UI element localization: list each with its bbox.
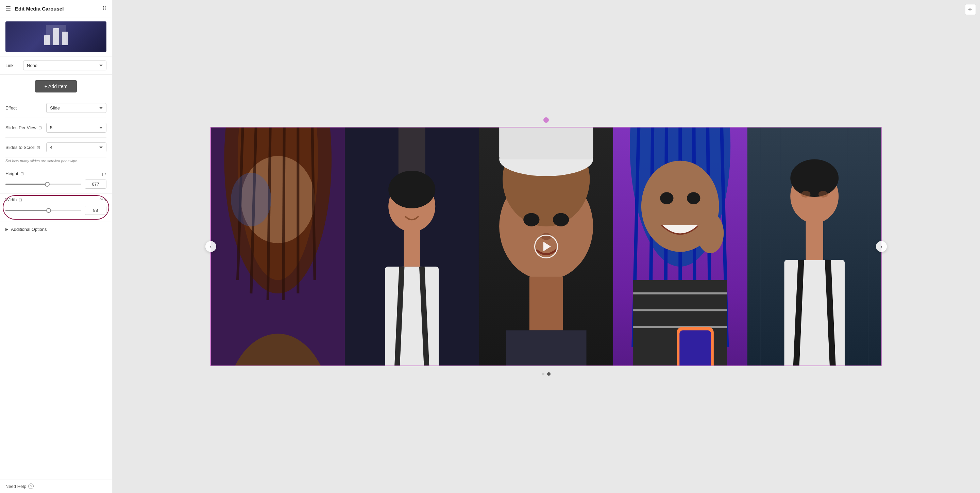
thumbnail-image [5, 21, 107, 52]
height-slider-fill [5, 184, 47, 185]
width-label: Width ⊡ [5, 197, 22, 202]
svg-rect-34 [499, 127, 593, 159]
link-select[interactable]: None URL Page [23, 60, 107, 70]
svg-point-66 [801, 191, 810, 197]
edit-icon-button[interactable]: ✏ [965, 4, 976, 15]
need-help-button[interactable]: Need Help ? [5, 483, 33, 489]
effect-select[interactable]: Slide Fade Zoom [46, 103, 107, 113]
need-help-label: Need Help [5, 484, 26, 489]
monitor-icon-w: ⊡ [19, 197, 22, 202]
additional-options-section: ▶ Additional Options [0, 221, 112, 237]
settings-section: Effect Slide Fade Zoom Slides Per View ⊡… [0, 98, 112, 166]
height-slider-thumb[interactable] [45, 182, 49, 187]
svg-point-11 [231, 173, 271, 226]
svg-point-47 [697, 213, 724, 253]
nav-arrow-left[interactable]: ‹ [205, 241, 216, 252]
help-icon: ? [28, 483, 33, 489]
height-slider-track[interactable] [5, 184, 81, 185]
height-input-row [5, 180, 107, 189]
main-canvas: ✏ ‹ › [112, 0, 980, 493]
svg-rect-53 [679, 331, 711, 366]
carousel-slide-3 [479, 127, 613, 366]
slides-to-scroll-label: Slides to Scroll ⊡ [5, 145, 43, 150]
carousel-container: ‹ › [210, 127, 882, 366]
thumbnail-figures [44, 28, 68, 45]
need-help-section: Need Help ? [0, 479, 112, 493]
figure-1 [44, 35, 50, 45]
width-unit[interactable]: % ▾ [100, 197, 107, 202]
carousel-wrapper: ‹ › [164, 120, 928, 373]
svg-line-7 [283, 127, 285, 300]
svg-rect-60 [784, 260, 845, 366]
sidebar: ☰ Edit Media Carousel ⠿ Link None URL Pa… [0, 0, 112, 493]
additional-options-button[interactable]: ▶ Additional Options [5, 227, 47, 232]
height-unit[interactable]: px [102, 171, 107, 176]
carousel-dot-1[interactable] [542, 373, 544, 375]
monitor-icon-spv: ⊡ [38, 126, 42, 130]
carousel-slide-5 [748, 127, 881, 366]
link-label: Link [5, 63, 19, 68]
add-item-section: + Add Item [0, 75, 112, 98]
carousel-top-dot [543, 117, 549, 123]
figure-2 [53, 28, 59, 45]
effect-label: Effect [5, 105, 43, 110]
figure-3 [62, 32, 68, 45]
svg-point-28 [523, 213, 539, 226]
slides-to-scroll-row: Slides to Scroll ⊡ 12345 [5, 138, 107, 157]
grid-icon[interactable]: ⠿ [102, 5, 107, 12]
width-header: Width ⊡ % ▾ [5, 197, 107, 202]
hamburger-icon[interactable]: ☰ [5, 5, 11, 12]
thumbnail-area [0, 17, 112, 56]
carousel-dots [542, 372, 550, 376]
effect-row: Effect Slide Fade Zoom [5, 98, 107, 118]
carousel-slide-2 [345, 127, 479, 366]
chevron-right-icon: ▶ [5, 227, 8, 232]
svg-point-21 [389, 171, 436, 208]
carousel-slide-4 [613, 127, 747, 366]
height-label: Height ⊡ [5, 171, 24, 176]
edit-icon: ✏ [969, 7, 972, 12]
height-value-input[interactable] [85, 180, 107, 189]
monitor-icon-h: ⊡ [21, 171, 24, 176]
play-triangle-icon [543, 242, 551, 251]
width-slider-fill [5, 210, 49, 211]
svg-point-45 [660, 192, 673, 204]
svg-rect-14 [385, 267, 439, 366]
svg-point-29 [553, 213, 569, 226]
height-header: Height ⊡ px [5, 171, 107, 176]
slides-to-scroll-select[interactable]: 12345 [46, 142, 107, 152]
carousel-track [211, 127, 881, 366]
monitor-icon-sts: ⊡ [37, 145, 40, 150]
width-slider-thumb[interactable] [46, 208, 51, 213]
width-section: Width ⊡ % ▾ [0, 194, 112, 221]
slides-scroll-hint: Set how many slides are scrolled per swi… [5, 157, 107, 166]
svg-point-67 [818, 191, 828, 197]
svg-rect-32 [506, 331, 587, 366]
height-section: Height ⊡ px [0, 166, 112, 194]
carousel-slide-1 [211, 127, 345, 366]
width-value-input[interactable] [85, 206, 107, 215]
sidebar-header: ☰ Edit Media Carousel ⠿ [0, 0, 112, 17]
play-button[interactable] [534, 235, 558, 258]
sidebar-title: Edit Media Carousel [15, 6, 98, 11]
width-input-row [5, 206, 107, 215]
svg-point-46 [687, 192, 700, 204]
slides-per-view-label: Slides Per View ⊡ [5, 125, 43, 130]
carousel-dot-2[interactable] [547, 372, 550, 376]
svg-rect-31 [530, 277, 563, 331]
link-row: Link None URL Page [0, 56, 112, 75]
add-item-button[interactable]: + Add Item [35, 80, 77, 92]
additional-options-label: Additional Options [11, 227, 47, 232]
nav-arrow-right[interactable]: › [876, 241, 887, 252]
slides-per-view-row: Slides Per View ⊡ 123456 [5, 118, 107, 138]
slides-per-view-select[interactable]: 123456 [46, 123, 107, 133]
width-slider-track[interactable] [5, 210, 81, 211]
svg-point-65 [790, 159, 838, 197]
